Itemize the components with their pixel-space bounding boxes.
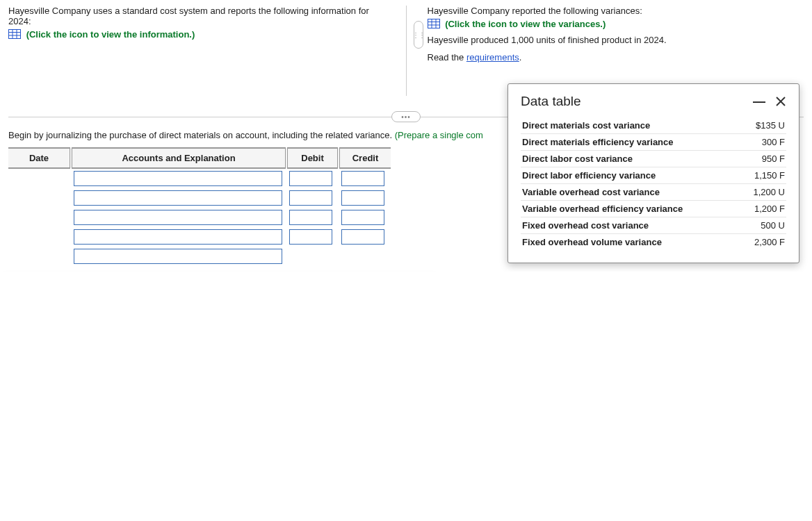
vertical-divider [406, 6, 407, 96]
read-requirements: Read the requirements. [428, 52, 804, 63]
variances-modal: Data table — Direct materials cost varia… [508, 83, 799, 263]
account-input[interactable] [74, 210, 282, 225]
requirements-link[interactable]: requirements [466, 52, 519, 63]
variance-value: 1,200 F [740, 201, 786, 217]
variance-label: Direct materials efficiency variance [521, 134, 740, 151]
variance-value: $135 U [740, 117, 786, 134]
divider-expand[interactable]: ••• [391, 111, 421, 122]
variance-label: Direct labor cost variance [521, 151, 740, 167]
debit-input[interactable] [289, 190, 332, 206]
col-header-date: Date [8, 148, 71, 168]
variance-value: 500 U [740, 217, 786, 234]
table-row [8, 168, 391, 188]
credit-input[interactable] [341, 229, 384, 245]
col-header-credit: Credit [339, 148, 391, 168]
variance-value: 1,200 U [740, 184, 786, 201]
account-input[interactable] [74, 171, 282, 186]
table-row: Variable overhead efficiency variance1,2… [521, 201, 786, 217]
table-row [8, 247, 391, 266]
debit-input[interactable] [289, 210, 332, 225]
svg-rect-0 [9, 30, 21, 39]
click-info-link[interactable]: (Click the icon to view the information.… [26, 29, 195, 40]
problem-intro-row: Hayesville Company uses a standard cost … [8, 6, 804, 96]
table-icon[interactable] [8, 29, 21, 39]
click-variances-link[interactable]: (Click the icon to view the variances.) [445, 19, 606, 29]
variance-label: Variable overhead cost variance [521, 184, 740, 201]
table-row [8, 227, 391, 247]
variance-label: Fixed overhead volume variance [521, 234, 740, 251]
intro-right: ⋮⋮ Hayesville Company reported the follo… [428, 6, 804, 96]
variance-label: Fixed overhead cost variance [521, 217, 740, 234]
intro-right-text: Hayesville Company reported the followin… [428, 6, 804, 16]
table-row: Direct materials efficiency variance300 … [521, 134, 786, 151]
table-row: Direct labor efficiency variance1,150 F [521, 167, 786, 184]
variance-label: Variable overhead efficiency variance [521, 201, 740, 217]
close-icon[interactable] [775, 96, 786, 107]
account-input[interactable] [74, 229, 282, 245]
variance-label: Direct labor efficiency variance [521, 167, 740, 184]
variance-value: 950 F [740, 151, 786, 167]
table-row: Direct labor cost variance950 F [521, 151, 786, 167]
table-icon[interactable] [428, 19, 440, 28]
svg-rect-5 [428, 19, 439, 28]
variance-label: Direct materials cost variance [521, 117, 740, 134]
intro-left: Hayesville Company uses a standard cost … [8, 6, 385, 96]
variance-value: 2,300 F [740, 234, 786, 251]
col-header-debit: Debit [286, 148, 339, 168]
table-row: Fixed overhead volume variance2,300 F [521, 234, 786, 251]
debit-input[interactable] [289, 171, 332, 186]
minimize-icon[interactable]: — [753, 94, 765, 109]
table-row: Direct materials cost variance$135 U [521, 117, 786, 134]
credit-input[interactable] [341, 190, 384, 206]
account-input[interactable] [74, 249, 282, 264]
modal-title: Data table [521, 94, 581, 109]
account-input[interactable] [74, 190, 282, 206]
variances-table: Direct materials cost variance$135 UDire… [521, 117, 786, 250]
column-toggle[interactable]: ⋮⋮ [414, 21, 423, 49]
table-row: Fixed overhead cost variance500 U [521, 217, 786, 234]
intro-left-text: Hayesville Company uses a standard cost … [8, 6, 385, 26]
credit-input[interactable] [341, 210, 384, 225]
variance-value: 300 F [740, 134, 786, 151]
journal-entry-table: Date Accounts and Explanation Debit Cred… [8, 147, 391, 266]
col-header-accounts: Accounts and Explanation [71, 148, 286, 168]
table-row [8, 188, 391, 208]
credit-input[interactable] [341, 171, 384, 186]
variance-value: 1,150 F [740, 167, 786, 184]
table-row [8, 208, 391, 227]
produced-text: Hayesville produced 1,000 units of finis… [428, 35, 804, 45]
table-row: Variable overhead cost variance1,200 U [521, 184, 786, 201]
debit-input[interactable] [289, 229, 332, 245]
